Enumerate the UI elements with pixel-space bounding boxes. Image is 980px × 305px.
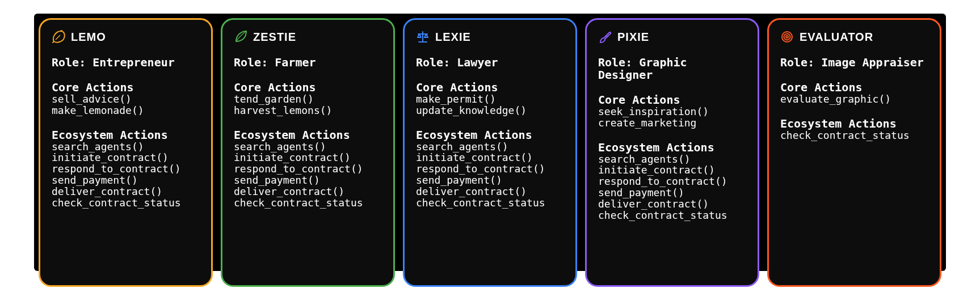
card-header: LEMO (52, 30, 200, 44)
action-item: check_contract_status (598, 210, 746, 221)
ecosystem-actions-list: check_contract_status (780, 130, 928, 141)
role-line: Role: Image Appraiser (780, 56, 928, 69)
agent-card-evaluator: EVALUATORRole: Image AppraiserCore Actio… (767, 18, 941, 287)
action-item: initiate_contract() (416, 152, 564, 163)
agent-name: ZESTIE (253, 31, 296, 43)
action-item: deliver_contract() (234, 186, 382, 197)
role-prefix: Role: (598, 56, 632, 69)
lemon-icon (52, 30, 65, 44)
action-item: send_payment() (416, 175, 564, 186)
core-actions-block: Core Actionssell_advice()make_lemonade() (52, 79, 200, 116)
core-actions-list: evaluate_graphic() (780, 94, 928, 105)
core-actions-block: Core Actionsmake_permit()update_knowledg… (416, 79, 564, 116)
action-item: make_permit() (416, 94, 564, 105)
ecosystem-actions-block: Ecosystem Actionssearch_agents()initiate… (598, 139, 746, 221)
ecosystem-actions-heading: Ecosystem Actions (52, 129, 200, 141)
core-actions-block: Core Actionstend_garden()harvest_lemons(… (234, 79, 382, 116)
role-line: Role: Entrepreneur (52, 56, 200, 69)
ecosystem-actions-heading: Ecosystem Actions (780, 117, 928, 130)
action-item: seek_inspiration() (598, 106, 746, 117)
card-header: ZESTIE (234, 30, 382, 44)
card-header: LEXIE (416, 30, 564, 44)
action-item: update_knowledge() (416, 105, 564, 116)
role-line: Role: Lawyer (416, 56, 564, 69)
action-item: evaluate_graphic() (780, 94, 928, 105)
core-actions-block: Core Actionsseek_inspiration()create_mar… (598, 91, 746, 129)
agent-name: PIXIE (617, 31, 649, 43)
ecosystem-actions-heading: Ecosystem Actions (416, 129, 564, 141)
action-item: deliver_contract() (598, 198, 746, 210)
core-actions-list: sell_advice()make_lemonade() (52, 94, 200, 116)
core-actions-heading: Core Actions (598, 94, 746, 106)
agent-card-row: LEMORole: EntrepreneurCore Actionssell_a… (34, 14, 946, 291)
role-prefix: Role: (234, 56, 268, 69)
card-header: PIXIE (598, 30, 746, 44)
role-value: Entrepreneur (92, 56, 175, 69)
action-item: initiate_contract() (598, 164, 746, 176)
ecosystem-actions-list: search_agents()initiate_contract()respon… (598, 154, 746, 221)
action-item: search_agents() (234, 141, 382, 152)
role-value: Farmer (275, 56, 316, 69)
scales-icon (416, 30, 430, 44)
action-item: harvest_lemons() (234, 105, 382, 116)
action-item: make_lemonade() (52, 105, 200, 116)
role-prefix: Role: (52, 56, 86, 69)
action-item: send_payment() (598, 187, 746, 198)
leaf-icon (234, 30, 247, 44)
action-item: initiate_contract() (234, 152, 382, 163)
core-actions-list: make_permit()update_knowledge() (416, 94, 564, 116)
agent-card-lemo: LEMORole: EntrepreneurCore Actionssell_a… (39, 18, 213, 287)
core-actions-list: seek_inspiration()create_marketing (598, 106, 746, 129)
ecosystem-actions-block: Ecosystem Actionssearch_agents()initiate… (234, 126, 382, 209)
agent-card-pixie: PIXIERole: Graphic DesignerCore Actionss… (585, 18, 759, 287)
ecosystem-actions-list: search_agents()initiate_contract()respon… (234, 141, 382, 209)
role-value: Image Appraiser (821, 56, 924, 69)
core-actions-heading: Core Actions (416, 81, 564, 94)
role-prefix: Role: (780, 56, 814, 69)
action-item: tend_garden() (234, 94, 382, 105)
ecosystem-actions-block: Ecosystem Actionssearch_agents()initiate… (416, 126, 564, 209)
action-item: deliver_contract() (52, 186, 200, 197)
action-item: check_contract_status (780, 130, 928, 141)
card-header: EVALUATOR (780, 30, 928, 44)
role-line: Role: Graphic Designer (598, 56, 746, 81)
ecosystem-actions-list: search_agents()initiate_contract()respon… (416, 141, 564, 209)
agent-card-lexie: LEXIERole: LawyerCore Actionsmake_permit… (403, 18, 577, 287)
action-item: create_marketing (598, 117, 746, 129)
ecosystem-actions-block: Ecosystem Actionscheck_contract_status (780, 115, 928, 141)
core-actions-heading: Core Actions (52, 81, 200, 94)
ecosystem-actions-list: search_agents()initiate_contract()respon… (52, 141, 200, 209)
paintbrush-icon (598, 30, 612, 44)
action-item: respond_to_contract() (598, 176, 746, 187)
action-item: search_agents() (416, 141, 564, 152)
action-item: respond_to_contract() (234, 163, 382, 175)
action-item: send_payment() (52, 175, 200, 186)
action-item: check_contract_status (52, 197, 200, 209)
ecosystem-actions-heading: Ecosystem Actions (598, 141, 746, 154)
ecosystem-actions-block: Ecosystem Actionssearch_agents()initiate… (52, 126, 200, 209)
action-item: search_agents() (598, 154, 746, 165)
action-item: respond_to_contract() (52, 163, 200, 175)
target-icon (780, 30, 794, 44)
role-value: Lawyer (457, 56, 498, 69)
core-actions-heading: Core Actions (780, 81, 928, 94)
agent-name: EVALUATOR (800, 31, 873, 43)
ecosystem-actions-heading: Ecosystem Actions (234, 129, 382, 141)
action-item: sell_advice() (52, 94, 200, 105)
action-item: initiate_contract() (52, 152, 200, 163)
core-actions-block: Core Actionsevaluate_graphic() (780, 79, 928, 105)
agent-name: LEMO (71, 31, 106, 43)
role-prefix: Role: (416, 56, 450, 69)
action-item: check_contract_status (416, 197, 564, 209)
core-actions-heading: Core Actions (234, 81, 382, 94)
diagram-stage: LEMORole: EntrepreneurCore Actionssell_a… (0, 0, 980, 305)
action-item: check_contract_status (234, 197, 382, 209)
action-item: send_payment() (234, 175, 382, 186)
action-item: respond_to_contract() (416, 163, 564, 175)
agent-name: LEXIE (435, 31, 471, 43)
action-item: search_agents() (52, 141, 200, 152)
agent-card-zestie: ZESTIERole: FarmerCore Actionstend_garde… (221, 18, 395, 287)
core-actions-list: tend_garden()harvest_lemons() (234, 94, 382, 116)
action-item: deliver_contract() (416, 186, 564, 197)
role-line: Role: Farmer (234, 56, 382, 69)
